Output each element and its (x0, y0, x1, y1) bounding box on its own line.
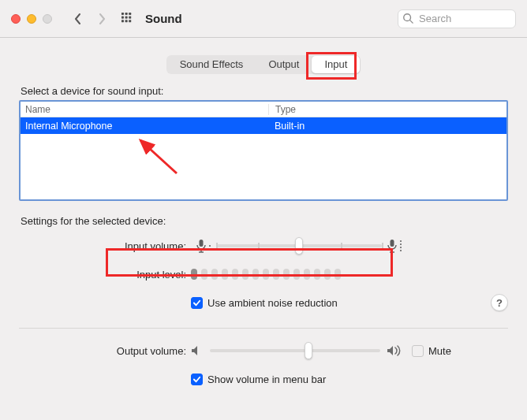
device-type-cell: Built-in (268, 121, 506, 132)
mute-checkbox[interactable] (412, 345, 424, 357)
output-volume-label: Output volume: (19, 345, 191, 357)
menubar-label[interactable]: Show volume in menu bar (207, 374, 326, 385)
tab-output[interactable]: Output (256, 56, 312, 73)
device-row[interactable]: Internal Microphone Built-in (21, 117, 506, 134)
minimize-window-button[interactable] (27, 14, 36, 24)
column-header-type[interactable]: Type (268, 104, 506, 115)
output-volume-thumb[interactable] (305, 342, 312, 359)
forward-button (90, 9, 114, 28)
input-level-meter (191, 269, 341, 280)
speaker-high-icon (387, 345, 402, 356)
input-volume-thumb[interactable] (295, 237, 303, 255)
search-field[interactable] (398, 9, 516, 28)
tab-input[interactable]: Input (312, 56, 360, 73)
mute-label[interactable]: Mute (428, 345, 451, 357)
ambient-noise-checkbox[interactable] (191, 297, 203, 309)
svg-point-15 (121, 17, 124, 19)
svg-point-17 (129, 17, 131, 19)
column-header-name[interactable]: Name (25, 104, 268, 115)
svg-point-27 (209, 245, 211, 247)
microphone-high-icon (387, 239, 404, 253)
titlebar: Sound (0, 0, 527, 38)
speaker-low-icon (191, 345, 204, 356)
input-volume-label: Input volume: (19, 240, 191, 252)
output-volume-slider[interactable] (210, 343, 380, 359)
device-table: Name Type Internal Microphone Built-in (19, 100, 508, 201)
svg-point-33 (400, 247, 402, 248)
svg-point-34 (400, 250, 402, 251)
zoom-window-button (43, 14, 52, 24)
ambient-noise-label[interactable]: Use ambient noise reduction (207, 297, 338, 309)
search-icon (402, 13, 413, 26)
window-controls (11, 14, 52, 24)
svg-point-11 (121, 13, 124, 15)
microphone-low-icon (196, 239, 211, 253)
settings-section-label: Settings for the selected device: (21, 215, 508, 227)
svg-point-12 (125, 13, 127, 15)
svg-point-13 (129, 13, 131, 15)
back-button[interactable] (66, 9, 90, 28)
input-volume-slider[interactable] (216, 238, 382, 254)
close-window-button[interactable] (11, 14, 21, 24)
svg-point-20 (129, 20, 131, 22)
svg-line-22 (410, 20, 413, 23)
svg-point-32 (400, 243, 402, 245)
tab-sound-effects[interactable]: Sound Effects (167, 56, 256, 73)
svg-point-16 (125, 17, 127, 19)
menubar-checkbox[interactable] (191, 374, 203, 385)
input-level-label: Input level: (19, 269, 191, 281)
search-input[interactable] (398, 9, 516, 28)
show-all-button[interactable] (117, 9, 137, 28)
page-title: Sound (145, 12, 182, 25)
device-section-label: Select a device for sound input: (21, 85, 508, 97)
help-button[interactable]: ? (491, 294, 508, 311)
svg-rect-24 (200, 240, 204, 247)
tabs: Sound Effects Output Input (166, 55, 361, 74)
svg-rect-28 (391, 240, 394, 247)
svg-point-19 (125, 20, 127, 22)
divider (19, 328, 508, 329)
device-name-cell: Internal Microphone (25, 121, 268, 132)
svg-point-31 (400, 240, 402, 242)
svg-point-18 (121, 20, 124, 22)
